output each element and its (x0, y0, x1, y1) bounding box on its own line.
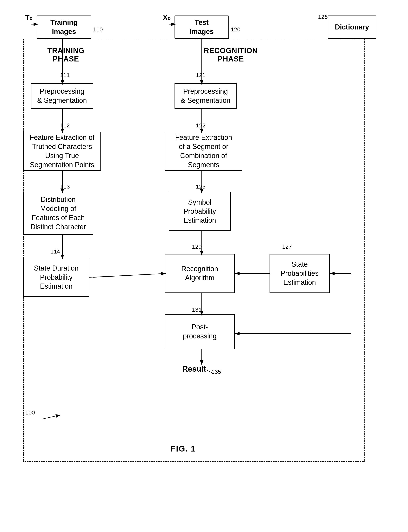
feature-extraction-test-box: Feature Extractionof a Segment orCombina… (165, 132, 242, 171)
ref-113: 113 (60, 183, 70, 190)
state-probabilities-box: StateProbabilitiesEstimation (270, 254, 330, 293)
diagram-container: T₀ TrainingImages 110 X₀ TestImages 120 … (12, 8, 396, 522)
recognition-phase-label: RecognitionPhase (186, 47, 275, 63)
ref-100: 100 (25, 409, 35, 416)
ref-114: 114 (51, 248, 60, 255)
feature-extraction-train-box: Feature Extraction ofTruthed CharactersU… (23, 132, 101, 171)
postprocessing-box: Post-processing (165, 314, 235, 349)
preprocessing-seg-test-box: Preprocessing& Segmentation (175, 83, 237, 109)
distribution-modeling-box: DistributionModeling ofFeatures of EachD… (23, 192, 93, 235)
ref-110: 110 (93, 26, 103, 33)
ref-125: 125 (196, 183, 205, 190)
x0-label: X₀ (163, 14, 170, 22)
ref-127: 127 (282, 243, 292, 250)
ref-121: 121 (196, 72, 205, 78)
t0-label: T₀ (25, 14, 32, 22)
ref-135: 135 (211, 369, 221, 375)
ref-122: 122 (196, 122, 205, 129)
ref-131: 131 (192, 306, 202, 313)
ref-112: 112 (60, 122, 70, 129)
fig-label: FIG. 1 (171, 444, 196, 454)
symbol-probability-box: SymbolProbabilityEstimation (169, 192, 231, 231)
training-phase-label: TrainingPhase (29, 47, 103, 63)
state-duration-box: State DurationProbabilityEstimation (23, 258, 89, 297)
ref-120: 120 (231, 26, 240, 33)
dictionary-box: Dictionary (328, 16, 376, 39)
ref-126: 126 (318, 14, 328, 20)
result-label: Result (182, 365, 206, 373)
training-images-box: TrainingImages (37, 16, 91, 39)
ref-129: 129 (192, 243, 202, 250)
ref-111: 111 (60, 72, 70, 78)
recognition-algorithm-box: RecognitionAlgorithm (165, 254, 235, 293)
preprocessing-seg-train-box: Preprocessing& Segmentation (31, 83, 93, 109)
test-images-box: TestImages (175, 16, 229, 39)
